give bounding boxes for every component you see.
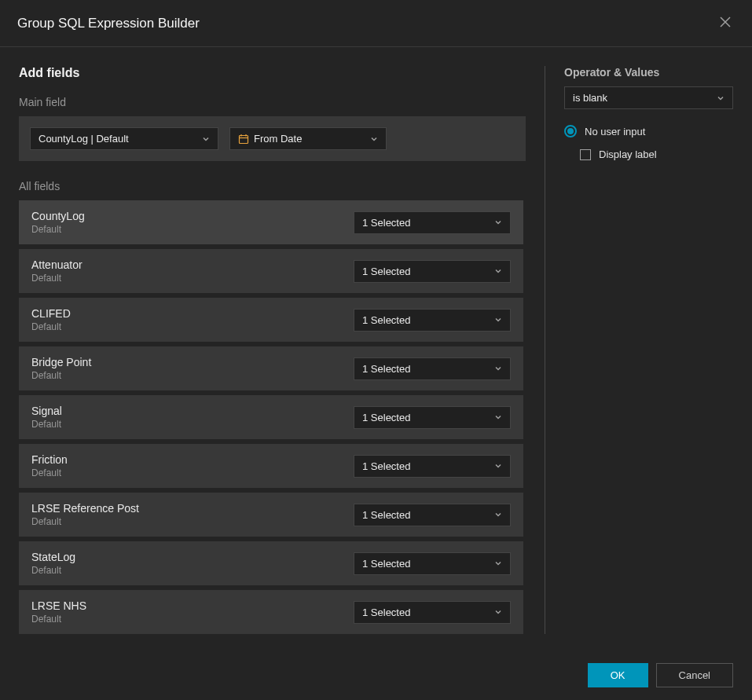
field-selected-value: 1 Selected bbox=[362, 412, 410, 423]
field-info: Bridge PointDefault bbox=[31, 356, 91, 381]
radio-checked-icon bbox=[564, 125, 577, 137]
cancel-button[interactable]: Cancel bbox=[656, 663, 733, 687]
left-panel: Add fields Main field CountyLog | Defaul… bbox=[19, 66, 526, 634]
field-sub: Default bbox=[31, 419, 62, 430]
chevron-down-icon bbox=[202, 135, 210, 143]
chevron-down-icon bbox=[494, 218, 502, 226]
field-selected-value: 1 Selected bbox=[362, 607, 410, 618]
field-name: Attenuator bbox=[31, 258, 83, 271]
main-field-layer-select[interactable]: CountyLog | Default bbox=[30, 127, 218, 150]
field-name: StateLog bbox=[31, 551, 75, 563]
field-selected-value: 1 Selected bbox=[362, 460, 410, 472]
field-sub: Default bbox=[31, 614, 86, 625]
field-row[interactable]: AttenuatorDefault1 Selected bbox=[19, 249, 523, 293]
chevron-down-icon bbox=[717, 94, 724, 102]
field-row[interactable]: CountyLogDefault1 Selected bbox=[19, 200, 523, 244]
field-info: AttenuatorDefault bbox=[31, 258, 83, 284]
field-info: SignalDefault bbox=[31, 405, 62, 430]
field-selected-value: 1 Selected bbox=[362, 266, 410, 277]
field-sub: Default bbox=[31, 516, 139, 527]
calendar-icon bbox=[238, 134, 249, 145]
ok-button[interactable]: OK bbox=[588, 663, 648, 687]
field-name: LRSE NHS bbox=[31, 599, 86, 612]
main-field-row: CountyLog | Default From Date bbox=[19, 116, 526, 161]
field-row[interactable]: FrictionDefault1 Selected bbox=[19, 444, 523, 488]
no-user-input-radio[interactable]: No user input bbox=[564, 125, 733, 137]
chevron-down-icon bbox=[494, 365, 502, 372]
field-info: LRSE NHSDefault bbox=[31, 599, 86, 625]
field-info: FrictionDefault bbox=[31, 453, 68, 478]
field-sub: Default bbox=[31, 224, 85, 235]
field-info: CLIFEDDefault bbox=[31, 307, 71, 332]
add-fields-title: Add fields bbox=[19, 66, 526, 80]
chevron-down-icon bbox=[494, 559, 502, 567]
field-selected-select[interactable]: 1 Selected bbox=[354, 552, 511, 575]
main-field-attribute-select[interactable]: From Date bbox=[229, 127, 387, 150]
field-row[interactable]: LRSE Reference PostDefault1 Selected bbox=[19, 493, 523, 537]
field-selected-select[interactable]: 1 Selected bbox=[354, 406, 511, 429]
operator-select[interactable]: is blank bbox=[564, 86, 733, 109]
field-selected-value: 1 Selected bbox=[362, 363, 410, 375]
no-user-input-label: No user input bbox=[585, 126, 645, 137]
field-name: CountyLog bbox=[31, 210, 85, 222]
chevron-down-icon bbox=[494, 267, 502, 275]
field-selected-select[interactable]: 1 Selected bbox=[354, 504, 511, 526]
chevron-down-icon bbox=[494, 608, 502, 616]
field-row[interactable]: LRSE NHSDefault1 Selected bbox=[19, 590, 523, 634]
right-panel: Operator & Values is blank No user input… bbox=[545, 66, 733, 634]
field-selected-value: 1 Selected bbox=[362, 558, 410, 570]
display-label-text: Display label bbox=[599, 148, 657, 160]
field-selected-select[interactable]: 1 Selected bbox=[354, 309, 511, 332]
field-row[interactable]: SignalDefault1 Selected bbox=[19, 395, 523, 439]
close-button[interactable] bbox=[716, 13, 735, 34]
fields-list[interactable]: CountyLogDefault1 SelectedAttenuatorDefa… bbox=[19, 200, 526, 634]
svg-rect-2 bbox=[240, 135, 248, 143]
chevron-down-icon bbox=[494, 511, 502, 519]
main-field-layer-value: CountyLog | Default bbox=[39, 133, 196, 145]
field-info: CountyLogDefault bbox=[31, 210, 85, 235]
operator-select-value: is blank bbox=[573, 92, 607, 104]
dialog-title: Group SQL Expression Builder bbox=[17, 16, 200, 31]
main-field-label: Main field bbox=[19, 96, 526, 108]
field-selected-select[interactable]: 1 Selected bbox=[354, 455, 511, 478]
chevron-down-icon bbox=[494, 462, 502, 470]
field-selected-value: 1 Selected bbox=[362, 314, 410, 326]
field-info: LRSE Reference PostDefault bbox=[31, 502, 139, 527]
field-sub: Default bbox=[31, 370, 91, 381]
chevron-down-icon bbox=[494, 413, 502, 421]
field-selected-select[interactable]: 1 Selected bbox=[354, 211, 511, 234]
field-row[interactable]: Bridge PointDefault1 Selected bbox=[19, 346, 523, 390]
field-name: Friction bbox=[31, 453, 68, 466]
field-selected-select[interactable]: 1 Selected bbox=[354, 601, 511, 624]
field-selected-select[interactable]: 1 Selected bbox=[354, 260, 511, 283]
field-row[interactable]: StateLogDefault1 Selected bbox=[19, 541, 523, 585]
main-field-attribute-value: From Date bbox=[254, 133, 302, 145]
field-info: StateLogDefault bbox=[31, 551, 75, 576]
field-sub: Default bbox=[31, 273, 83, 284]
chevron-down-icon bbox=[494, 316, 502, 324]
field-name: LRSE Reference Post bbox=[31, 502, 139, 515]
display-label-checkbox[interactable]: Display label bbox=[580, 148, 733, 160]
operator-values-title: Operator & Values bbox=[564, 66, 733, 79]
field-sub: Default bbox=[31, 321, 71, 332]
close-icon bbox=[719, 16, 732, 31]
checkbox-icon bbox=[580, 149, 591, 160]
field-row[interactable]: CLIFEDDefault1 Selected bbox=[19, 298, 523, 342]
chevron-down-icon bbox=[370, 135, 378, 143]
field-name: CLIFED bbox=[31, 307, 71, 320]
all-fields-label: All fields bbox=[19, 180, 526, 192]
field-name: Bridge Point bbox=[31, 356, 91, 368]
field-sub: Default bbox=[31, 565, 75, 576]
field-name: Signal bbox=[31, 405, 62, 417]
field-sub: Default bbox=[31, 467, 68, 478]
field-selected-value: 1 Selected bbox=[362, 217, 410, 229]
field-selected-select[interactable]: 1 Selected bbox=[354, 357, 511, 380]
field-selected-value: 1 Selected bbox=[362, 509, 410, 521]
